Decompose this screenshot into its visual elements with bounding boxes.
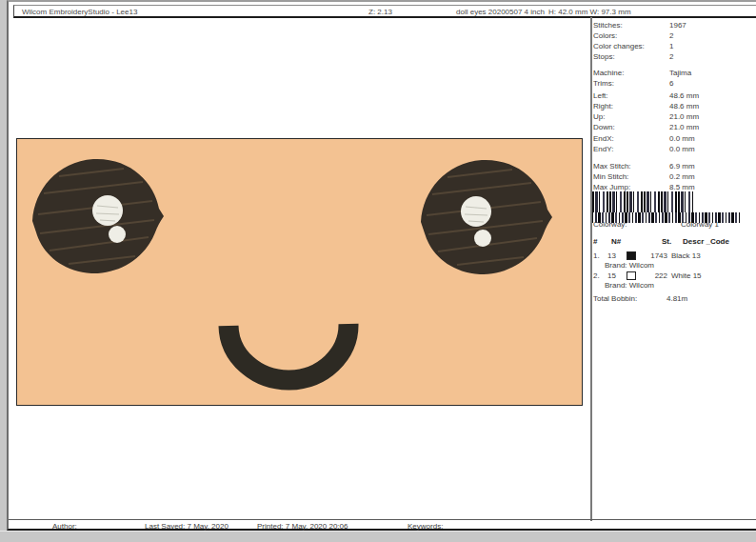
- stat-row: EndY:0.0 mm: [592, 145, 756, 155]
- stat-row: Max Stitch:6.9 mm: [592, 162, 756, 172]
- footer-divider: [9, 519, 756, 520]
- stat-value: 2: [669, 52, 673, 61]
- colorway-row: Colorway: Colorway 1: [592, 220, 756, 230]
- stat-label: Colors:: [593, 31, 617, 40]
- stat-row: Colors:2: [592, 31, 756, 42]
- stat-label: Down:: [593, 123, 615, 131]
- print-preview-root: { "header": { "app_title": "Wilcom Embro…: [0, 0, 756, 542]
- stat-label: Min Stitch:: [593, 172, 628, 181]
- stats-panel: Stitches:1967 Colors:2 Color changes:1 S…: [592, 17, 756, 521]
- stat-label: Left:: [593, 91, 608, 100]
- keywords-label: Keywords:: [408, 522, 443, 531]
- stat-row: Stitches:1967: [592, 21, 756, 31]
- stat-row: Stops:2: [592, 52, 756, 63]
- stat-label: Color changes:: [593, 42, 645, 50]
- thread-stitch-count: 222: [634, 271, 667, 280]
- smile-stitch: [229, 324, 348, 380]
- stat-label: EndY:: [593, 145, 613, 153]
- thread-index: 1.: [593, 251, 600, 260]
- col-header-descr: Descr _Code: [683, 237, 729, 246]
- thread-table-header: # N# St. Descr _Code: [592, 237, 756, 251]
- stat-row: Color changes:1: [592, 42, 756, 52]
- stat-value: 2: [669, 31, 673, 40]
- stat-label: EndX:: [593, 134, 614, 143]
- right-eye-highlight-large: [461, 196, 491, 227]
- stat-value: 48.6 mm: [669, 102, 699, 110]
- thread-table: # N# St. Descr _Code 1. 13 1743 Black 13…: [592, 237, 756, 304]
- left-eye-highlight-small: [109, 226, 126, 243]
- colorway-label: Colorway:: [593, 220, 627, 229]
- thread-number: 15: [607, 271, 616, 280]
- barcode-icon: [592, 191, 693, 212]
- design-name: doll eyes 20200507 4 inch: [456, 8, 545, 16]
- window-background: [0, 531, 756, 542]
- stat-group-stitch-limits: Max Stitch:6.9 mm Min Stitch:0.2 mm Max …: [592, 162, 756, 193]
- author-label: Author:: [52, 522, 77, 531]
- stat-value: 8.5 mm: [669, 183, 695, 191]
- stat-row: Machine:Tajima: [592, 69, 756, 79]
- thread-descr: Black 13: [671, 251, 701, 260]
- stat-label: Right:: [593, 102, 613, 110]
- stat-label: Stops:: [593, 52, 615, 61]
- design-dimensions: H: 42.0 mm W: 97.3 mm: [548, 8, 631, 16]
- total-bobbin-label: Total Bobbin:: [593, 294, 637, 303]
- total-bobbin-value: 4.81m: [666, 294, 687, 303]
- design-canvas: [16, 138, 583, 406]
- stat-value: 1967: [669, 21, 686, 30]
- last-saved-text: Last Saved: 7 May, 2020: [145, 522, 229, 531]
- col-header-stitches: St.: [662, 237, 671, 246]
- stat-value: 1: [669, 42, 673, 50]
- left-eye-highlight-large: [92, 195, 123, 226]
- total-bobbin-row: Total Bobbin: 4.81m: [592, 294, 756, 304]
- stat-label: Stitches:: [593, 21, 623, 30]
- stat-row: Right:48.6 mm: [592, 102, 756, 112]
- stat-value: 21.0 mm: [669, 112, 699, 121]
- thread-brand: Brand: Wilcom: [605, 261, 654, 270]
- thread-brand: Brand: Wilcom: [605, 281, 654, 290]
- stat-label: Trims:: [593, 79, 614, 88]
- stat-row: Min Stitch:0.2 mm: [592, 172, 756, 183]
- stat-value: 6: [669, 79, 673, 88]
- stat-row: Left:48.6 mm: [592, 91, 756, 102]
- thread-descr: White 15: [671, 271, 702, 280]
- right-eye-highlight-small: [474, 230, 491, 247]
- header-bar: Wilcom EmbroideryStudio - Lee13 Z: 2.13 …: [13, 5, 756, 18]
- stat-group-counts: Stitches:1967 Colors:2 Color changes:1 S…: [592, 21, 756, 63]
- stat-label: Machine:: [593, 69, 624, 77]
- thread-index: 2.: [593, 271, 600, 280]
- stat-value: 0.2 mm: [669, 172, 695, 181]
- stat-label: Max Stitch:: [593, 162, 631, 171]
- stat-value: 6.9 mm: [669, 162, 695, 171]
- col-header-number: N#: [611, 237, 621, 246]
- stat-group-machine: Machine:Tajima Trims:6: [592, 69, 756, 90]
- stat-value: 0.0 mm: [669, 145, 695, 153]
- stat-group-end: EndX:0.0 mm EndY:0.0 mm: [592, 134, 756, 155]
- stat-group-extents: Left:48.6 mm Right:48.6 mm Up:21.0 mm Do…: [592, 91, 756, 133]
- stat-value: Tajima: [669, 69, 691, 77]
- stat-value: 48.6 mm: [669, 91, 699, 100]
- thread-stitch-count: 1743: [634, 251, 667, 260]
- thread-row: 2. 15 222 White 15: [592, 271, 756, 281]
- stat-value: 0.0 mm: [669, 134, 695, 143]
- thread-number: 13: [607, 251, 616, 260]
- stat-row: Up:21.0 mm: [592, 112, 756, 123]
- worksheet-page: Wilcom EmbroideryStudio - Lee13 Z: 2.13 …: [7, 0, 756, 531]
- thread-brand-row: Brand: Wilcom: [592, 261, 756, 271]
- stat-value: 21.0 mm: [669, 123, 699, 131]
- app-title: Wilcom EmbroideryStudio - Lee13: [22, 8, 137, 16]
- stat-row: Trims:6: [592, 79, 756, 90]
- doll-face-design: [17, 139, 582, 405]
- thread-brand-row: Brand: Wilcom: [592, 281, 756, 291]
- thread-row: 1. 13 1743 Black 13: [592, 251, 756, 261]
- col-header-index: #: [593, 237, 597, 246]
- zoom-level: Z: 2.13: [368, 8, 392, 16]
- colorway-value: Colorway 1: [681, 220, 719, 229]
- stat-row: EndX:0.0 mm: [592, 134, 756, 145]
- printed-text: Printed: 7 May, 2020 20:06: [257, 522, 348, 531]
- stat-label: Max Jump:: [593, 183, 630, 191]
- stat-label: Up:: [593, 112, 605, 121]
- stat-row: Down:21.0 mm: [592, 123, 756, 133]
